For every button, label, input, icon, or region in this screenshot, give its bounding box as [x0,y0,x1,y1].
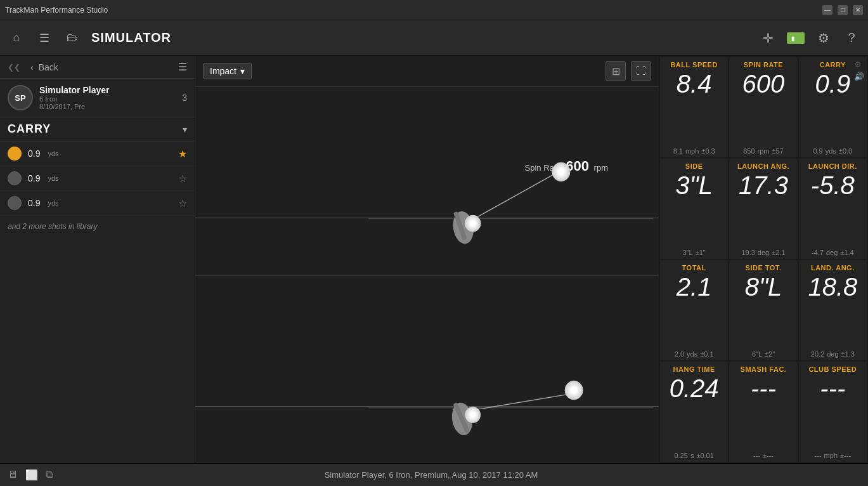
total-value: 2.1 [677,273,712,301]
carry-label: CARRY [820,61,846,69]
tablet-icon[interactable]: ⬜ [25,469,38,481]
shot-number: 3 [182,93,187,103]
star-icon[interactable]: ☆ [178,173,187,185]
launch-ang-sub: 19.3 deg ±2.1 [741,249,785,256]
shot-item[interactable]: 0.9 yds ☆ [0,191,195,216]
clone-icon[interactable]: ⧉ [46,469,53,481]
launch-ang-value: 17.3 [739,171,788,199]
sound-icon[interactable]: 🔊 [854,72,864,81]
stat-hang-time: HANG TIME 0.24 0.25 s ±0.01 [660,362,728,462]
launch-dir-value: -5.8 [811,171,855,199]
stat-launch-ang: LAUNCH ANG. 17.3 19.3 deg ±2.1 [729,159,797,259]
sidebar-header: ❮❮ ‹ Back ☰ [0,56,195,79]
app-title: TrackMan Performance Studio [5,6,822,15]
folder-icon[interactable]: 🗁 [63,29,81,47]
hang-time-label: HANG TIME [673,365,715,373]
close-button[interactable]: ✕ [853,5,863,15]
bottom-shot-svg [195,276,659,464]
land-ang-label: LAND. ANG. [811,264,855,272]
statusbar-text: Simulator Player, 6 Iron, Premium, Aug 1… [325,470,538,480]
view-mode-dropdown[interactable]: Impact ▾ [203,63,252,79]
shot-item[interactable]: 0.9 yds ☆ [0,166,195,191]
star-icon[interactable]: ★ [178,148,187,160]
side-sub: 3"L ±1" [683,249,706,256]
smash-fac-sub: --- ±--- [753,452,774,459]
maximize-button[interactable]: □ [838,5,848,15]
shot-ball-inactive [8,196,22,210]
stat-total: TOTAL 2.1 2.0 yds ±0.1 [660,260,728,360]
svg-text:▮: ▮ [791,36,794,42]
main-content: ❮❮ ‹ Back ☰ SP Simulator Player 6 Iron 8… [0,56,868,463]
star-icon[interactable]: ☆ [178,197,187,209]
center-panel: Impact ▾ ⊞ ⛶ Spin Rate 600 rpm [195,56,659,463]
land-ang-value: 18.8 [808,273,857,301]
stat-club-speed: CLUB SPEED --- --- mph ±--- [799,362,867,462]
svg-line-11 [469,393,575,410]
settings-icon[interactable]: ⚙ [854,60,864,69]
ball-speed-sub: 8.1 mph ±0.3 [673,147,715,155]
menu-icon[interactable]: ☰ [36,29,53,47]
player-details: Simulator Player 6 Iron 8/10/2017, Pre [39,85,176,110]
stats-panel: BALL SPEED 8.4 8.1 mph ±0.3 SPIN RATE 60… [659,56,868,463]
window-controls[interactable]: — □ ✕ [822,5,863,15]
player-name: Simulator Player [39,85,176,95]
spin-rate-sub: 650 rpm ±57 [743,147,784,155]
minimize-button[interactable]: — [822,5,832,15]
settings-icon[interactable]: ⚙ [815,29,832,47]
club-speed-label: CLUB SPEED [808,365,857,373]
shot-item[interactable]: 0.9 yds ★ [0,141,195,166]
total-label: TOTAL [682,264,706,272]
back-button[interactable]: Back [39,62,58,72]
stat-land-ang: LAND. ANG. 18.8 20.2 deg ±1.3 [799,260,867,360]
hang-time-sub: 0.25 s ±0.01 [674,452,713,459]
stat-smash-fac: SMASH FAC. --- --- ±--- [729,362,797,462]
view-right-buttons: ⊞ ⛶ [606,61,651,81]
shot-value: 0.9 [28,173,40,183]
shot-value: 0.9 [28,198,40,208]
home-icon[interactable]: ⌂ [8,29,25,47]
sidebar: ❮❮ ‹ Back ☰ SP Simulator Player 6 Iron 8… [0,56,195,463]
stat-ball-speed: BALL SPEED 8.4 8.1 mph ±0.3 [660,57,728,157]
shot-ball-inactive [8,171,22,185]
stat-side-tot: SIDE TOT. 8"L 6"L ±2" [729,260,797,360]
hang-time-value: 0.24 [670,374,719,402]
total-sub: 2.0 yds ±0.1 [675,350,714,358]
statusbar: 🖥 ⬜ ⧉ Simulator Player, 6 Iron, Premium,… [0,463,868,486]
carry-header: CARRY ▾ [0,117,195,141]
back-arrow[interactable]: ‹ [30,62,34,72]
club-speed-sub: --- mph ±--- [815,452,851,459]
carry-value: 0.9 [815,70,851,98]
svg-point-8 [465,215,481,232]
stat-carry: CARRY 0.9 0.9 yds ±0.0 ⚙ 🔊 [799,57,867,157]
fullscreen-button[interactable]: ⛶ [631,61,651,81]
stat-side: SIDE 3"L 3"L ±1" [660,159,728,259]
spin-rate-label: SPIN RATE [744,61,783,69]
grid-view-button[interactable]: ⊞ [606,61,626,81]
ball-speed-label: BALL SPEED [670,61,717,69]
crosshair-icon[interactable]: ✛ [759,29,777,47]
shot-unit: yds [48,174,58,182]
bottom-viz-panel [195,276,659,464]
hamburger-menu[interactable]: ☰ [178,61,187,73]
collapse-arrows[interactable]: ❮❮ [8,63,20,72]
view-controls: Impact ▾ ⊞ ⛶ [195,56,659,87]
monitor-icon[interactable]: 🖥 [8,469,18,481]
launch-ang-label: LAUNCH ANG. [737,162,789,170]
chevron-down-icon[interactable]: ▾ [183,124,187,135]
spin-rate-value: 600 [742,70,785,98]
launch-dir-sub: -4.7 deg ±1.4 [812,249,854,256]
stat-spin-rate: SPIN RATE 600 650 rpm ±57 [729,57,797,157]
ball-speed-value: 8.4 [677,70,712,98]
side-value: 3"L [675,171,713,199]
shot-unit: yds [48,150,58,157]
land-ang-sub: 20.2 deg ±1.3 [811,350,855,358]
top-viz-panel: Spin Rate 600 rpm [195,87,659,276]
player-initials: SP [15,93,25,103]
top-shot-svg [195,87,659,275]
launch-dir-label: LAUNCH DIR. [808,162,857,170]
player-info: SP Simulator Player 6 Iron 8/10/2017, Pr… [0,79,195,117]
player-club: 6 Iron [39,95,176,103]
visualization: Spin Rate 600 rpm [195,87,659,463]
help-icon[interactable]: ? [843,29,860,47]
dropdown-arrow: ▾ [240,66,245,76]
